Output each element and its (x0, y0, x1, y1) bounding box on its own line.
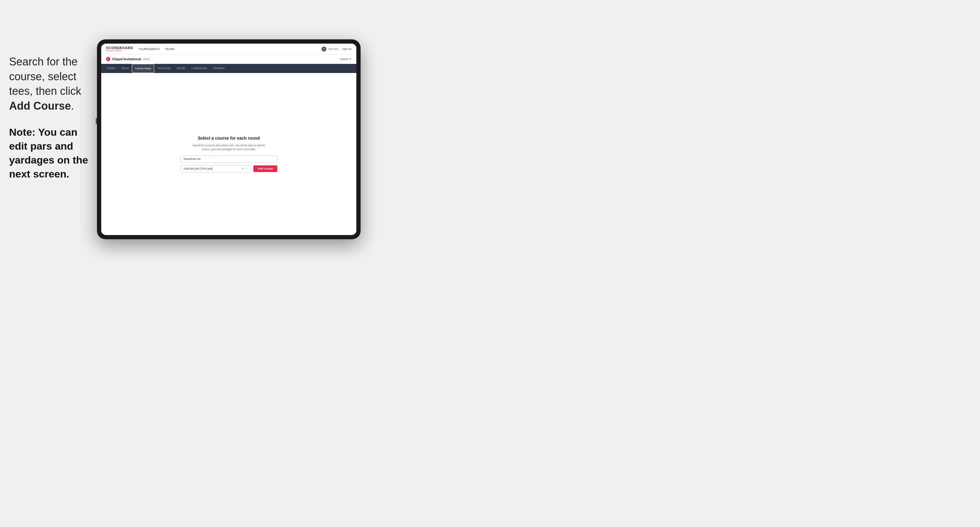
tab-navigation: Details Teams Course Setup Tee Groups Re… (101, 64, 356, 73)
top-navbar: SCOREBOARD Powered by clippd TOURNAMENTS… (101, 44, 356, 54)
section-title: Select a course for each round (198, 136, 260, 141)
tournament-header: C Clippd Invitational (Men) Cancel ✕ (101, 54, 356, 64)
logo: SCOREBOARD Powered by clippd (106, 46, 133, 51)
tablet-side-button (96, 118, 97, 124)
annotation-line3: tees, then click (9, 85, 81, 97)
tab-course-setup[interactable]: Course Setup (132, 64, 154, 73)
annotation-note: Note: You can edit pars and yardages on … (9, 125, 97, 181)
nav-left: SCOREBOARD Powered by clippd TOURNAMENTS… (106, 46, 175, 51)
tournament-title-area: C Clippd Invitational (Men) (106, 57, 150, 61)
tournament-icon: C (106, 57, 110, 61)
tournament-name: Clippd Invitational (112, 57, 141, 61)
cancel-button[interactable]: Cancel ✕ (340, 57, 352, 60)
annotation-line1: Search for the (9, 56, 78, 68)
tee-select-value: Gold (M) (M) (7010 yds) (184, 167, 213, 170)
course-search-input[interactable] (180, 156, 277, 163)
tee-select-dropdown[interactable]: Gold (M) (M) (7010 yds) ✕ ⌄ (180, 165, 251, 172)
main-content: Select a course for each round Search fo… (101, 73, 356, 235)
tournament-type: (Men) (143, 57, 150, 60)
sign-out-link[interactable]: Sign out (343, 48, 352, 50)
tab-teams[interactable]: Teams (118, 64, 132, 73)
user-label: Test User (328, 48, 339, 50)
tab-details[interactable]: Details (104, 64, 118, 73)
user-avatar: B (321, 47, 326, 51)
logo-sub: Powered by clippd (106, 50, 133, 51)
section-description: Search for a course and select a tee. Yo… (192, 144, 265, 151)
tablet-screen: SCOREBOARD Powered by clippd TOURNAMENTS… (101, 44, 356, 235)
annotation-period: . (71, 100, 74, 112)
tee-select-row: Gold (M) (M) (7010 yds) ✕ ⌄ Add Course (180, 165, 277, 172)
cancel-icon: ✕ (349, 57, 352, 60)
tab-results[interactable]: Results (173, 64, 188, 73)
logo-text: SCOREBOARD (106, 46, 133, 50)
add-course-button[interactable]: Add Course (253, 165, 277, 172)
tee-chevron-icon[interactable]: ⌄ (245, 167, 248, 170)
course-select-panel: Select a course for each round Search fo… (180, 136, 277, 173)
tablet-device: SCOREBOARD Powered by clippd TOURNAMENTS… (97, 40, 361, 239)
annotation-area: Search for the course, select tees, then… (9, 54, 97, 181)
nav-tournaments[interactable]: TOURNAMENTS (138, 48, 159, 51)
pipe-divider: | (340, 48, 341, 50)
annotation-line2: course, select (9, 70, 76, 83)
annotation-main: Search for the course, select tees, then… (9, 54, 97, 113)
nav-right: B Test User | Sign out (321, 47, 352, 51)
tab-tee-groups[interactable]: Tee Groups (154, 64, 173, 73)
tee-controls: ✕ ⌄ (242, 167, 248, 170)
annotation-bold: Add Course (9, 100, 71, 112)
tee-clear-icon[interactable]: ✕ (242, 167, 244, 170)
tab-leaderboards[interactable]: Leaderboards (188, 64, 210, 73)
tab-printables[interactable]: Printables (210, 64, 228, 73)
nav-teams[interactable]: TEAMS (165, 48, 175, 51)
